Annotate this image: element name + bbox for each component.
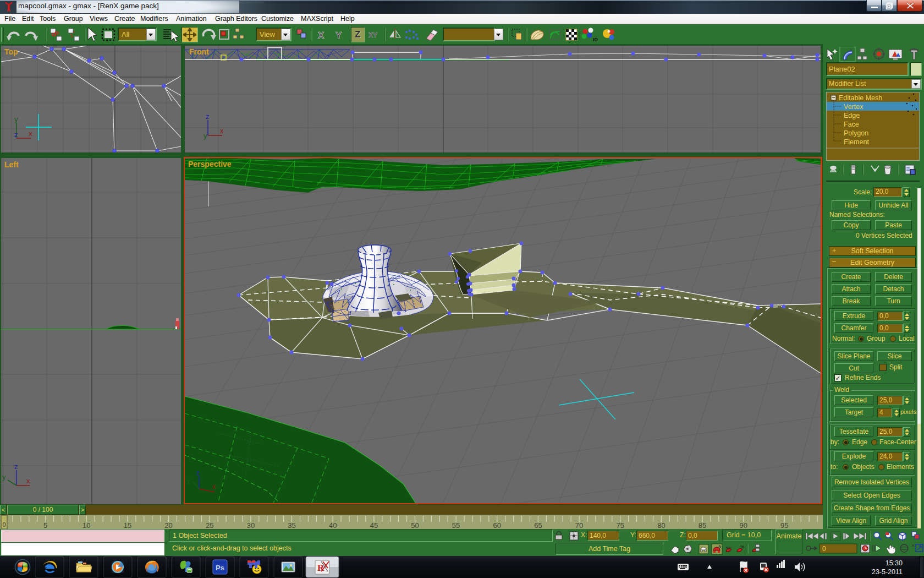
svg-text:Element: Element: [844, 138, 869, 146]
svg-text:z: z: [14, 130, 18, 139]
svg-text:Perspective: Perspective: [188, 160, 232, 168]
svg-text:23-5-2011: 23-5-2011: [872, 568, 903, 576]
svg-text:x: x: [212, 483, 216, 490]
svg-text:50: 50: [411, 521, 419, 530]
svg-text:25: 25: [206, 521, 213, 530]
svg-text:y: y: [2, 473, 6, 481]
svg-text:Polygon: Polygon: [844, 129, 868, 137]
svg-text:55: 55: [452, 521, 460, 530]
svg-text:3: 3: [718, 544, 721, 549]
svg-text:Ps: Ps: [216, 564, 224, 572]
svg-text:y: y: [14, 115, 18, 123]
svg-text:70: 70: [575, 521, 583, 530]
svg-text:z: z: [196, 469, 200, 477]
svg-text:X: X: [318, 30, 324, 41]
svg-text:Edge: Edge: [844, 112, 860, 119]
svg-text:XY: XY: [369, 31, 377, 39]
svg-text:95: 95: [780, 521, 788, 530]
svg-text:Top: Top: [4, 47, 18, 56]
svg-text:40: 40: [329, 521, 337, 530]
svg-text:x: x: [26, 477, 30, 485]
svg-text:30: 30: [247, 521, 255, 530]
svg-text:ID: ID: [593, 37, 598, 42]
svg-text:Front: Front: [189, 47, 209, 56]
svg-text:90: 90: [739, 521, 747, 530]
svg-text:%: %: [740, 544, 744, 549]
svg-text:10: 10: [82, 521, 90, 530]
svg-text:20: 20: [164, 521, 172, 530]
svg-text:45: 45: [370, 521, 378, 530]
svg-text:y: y: [187, 477, 190, 484]
svg-text:35: 35: [288, 521, 295, 530]
svg-text:0: 0: [2, 521, 6, 528]
svg-text:15:30: 15:30: [886, 559, 903, 567]
svg-text:15: 15: [124, 521, 131, 530]
svg-text:y: y: [204, 132, 207, 140]
svg-text:0: 0: [822, 545, 826, 553]
svg-text:x: x: [29, 129, 32, 138]
svg-text:x: x: [220, 127, 224, 135]
svg-text:5: 5: [43, 521, 47, 530]
svg-text:60: 60: [493, 521, 501, 530]
svg-text:Editable Mesh: Editable Mesh: [839, 94, 882, 102]
svg-text:Y: Y: [336, 30, 342, 41]
svg-text:z: z: [206, 112, 210, 121]
svg-text:Face: Face: [844, 121, 859, 128]
svg-text:65: 65: [534, 521, 542, 530]
svg-text:85: 85: [698, 521, 706, 530]
svg-text:80: 80: [657, 521, 665, 530]
svg-text:75: 75: [617, 521, 624, 530]
svg-text:z: z: [14, 462, 18, 471]
svg-text:Left: Left: [4, 160, 19, 169]
svg-text:Vertex: Vertex: [844, 103, 864, 111]
